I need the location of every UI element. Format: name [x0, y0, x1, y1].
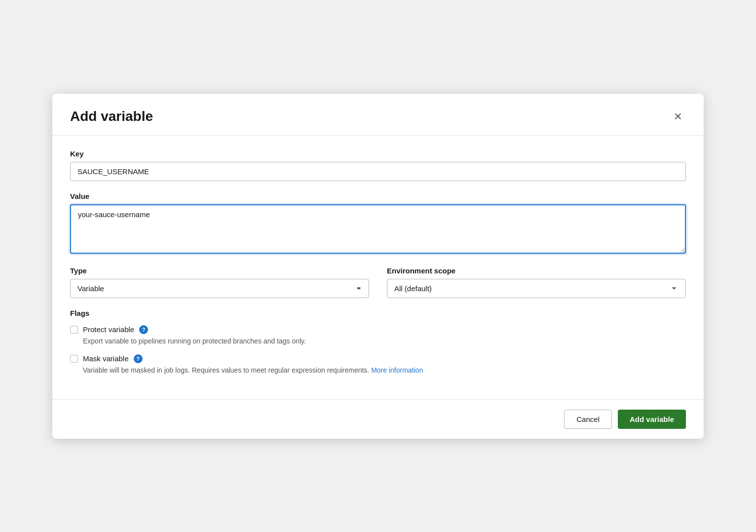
- key-field-group: Key: [70, 150, 686, 181]
- mask-variable-help-icon[interactable]: ?: [134, 354, 143, 363]
- protect-variable-help-icon[interactable]: ?: [139, 325, 148, 334]
- dialog-footer: Cancel Add variable: [52, 399, 704, 439]
- key-input[interactable]: [70, 162, 686, 181]
- env-scope-select[interactable]: All (default) production staging: [387, 279, 686, 298]
- type-label: Type: [70, 266, 369, 275]
- cancel-button[interactable]: Cancel: [564, 410, 612, 429]
- value-field-group: Value your-sauce-username: [70, 192, 686, 256]
- mask-variable-checkbox[interactable]: [70, 355, 78, 363]
- type-field-group: Type Variable File: [70, 266, 369, 298]
- protect-variable-checkbox[interactable]: [70, 326, 78, 334]
- close-button[interactable]: ×: [670, 108, 686, 125]
- env-scope-label: Environment scope: [387, 266, 686, 275]
- type-env-row: Type Variable File Environment scope All…: [70, 266, 686, 298]
- add-variable-button[interactable]: Add variable: [618, 410, 686, 429]
- key-label: Key: [70, 150, 686, 158]
- dialog-header: Add variable ×: [52, 94, 704, 136]
- env-scope-field-group: Environment scope All (default) producti…: [387, 266, 686, 298]
- add-variable-dialog: Add variable × Key Value your-sauce-user…: [52, 94, 704, 439]
- value-textarea[interactable]: your-sauce-username: [70, 204, 686, 254]
- protect-variable-label: Protect variable: [83, 325, 134, 334]
- more-information-link[interactable]: More information: [371, 366, 423, 374]
- mask-variable-row: Mask variable ?: [70, 354, 686, 363]
- value-label: Value: [70, 192, 686, 200]
- dialog-title: Add variable: [70, 109, 153, 124]
- flags-section: Flags Protect variable ? Export variable…: [70, 309, 686, 376]
- dialog-body: Key Value your-sauce-username Type Varia…: [52, 136, 704, 399]
- mask-variable-label: Mask variable: [83, 354, 129, 363]
- mask-variable-description: Variable will be masked in job logs. Req…: [70, 365, 686, 376]
- protect-variable-description: Export variable to pipelines running on …: [70, 336, 686, 346]
- flags-title: Flags: [70, 309, 686, 317]
- mask-variable-description-text: Variable will be masked in job logs. Req…: [83, 366, 369, 374]
- type-select[interactable]: Variable File: [70, 279, 369, 298]
- mask-variable-item: Mask variable ? Variable will be masked …: [70, 354, 686, 376]
- protect-variable-item: Protect variable ? Export variable to pi…: [70, 325, 686, 346]
- protect-variable-row: Protect variable ?: [70, 325, 686, 334]
